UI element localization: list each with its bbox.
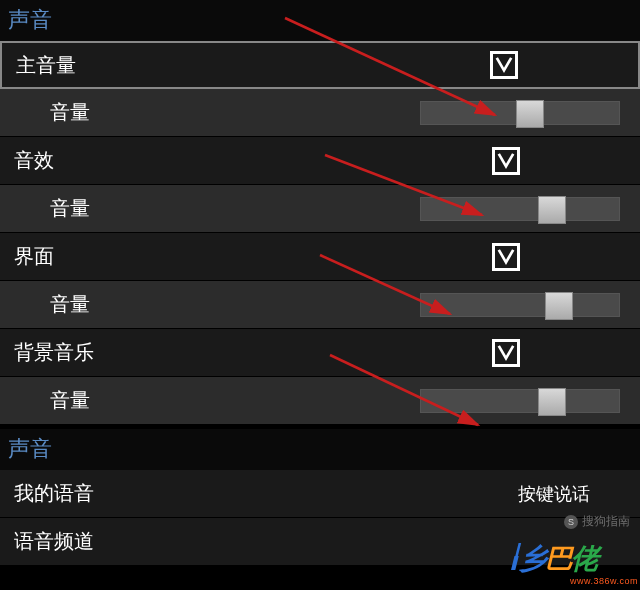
row-bgm[interactable]: 背景音乐 — [0, 329, 640, 377]
watermark-text: 搜狗指南 — [582, 513, 630, 530]
check-icon — [497, 248, 515, 266]
row-sfx-slider: 音量 — [0, 185, 640, 233]
checkbox-sfx[interactable] — [492, 147, 520, 175]
row-bgm-slider: 音量 — [0, 377, 640, 425]
slider-label: 音量 — [50, 291, 90, 318]
row-label: 语音频道 — [14, 528, 94, 555]
row-label: 主音量 — [16, 52, 76, 79]
section-header-sound: 声音 — [0, 0, 640, 41]
row-my-voice[interactable]: 我的语音 按键说话 — [0, 470, 640, 518]
slider-label: 音量 — [50, 195, 90, 222]
watermark-icon: S — [564, 515, 578, 529]
check-icon — [497, 344, 515, 362]
check-icon — [497, 152, 515, 170]
slider-sfx[interactable] — [420, 197, 620, 221]
row-ui-slider: 音量 — [0, 281, 640, 329]
slider-ui[interactable] — [420, 293, 620, 317]
row-ui[interactable]: 界面 — [0, 233, 640, 281]
slider-label: 音量 — [50, 99, 90, 126]
row-label: 界面 — [14, 243, 54, 270]
section-header-voice: 声音 — [0, 429, 640, 470]
site-url: www.386w.com — [508, 576, 638, 586]
watermark: S 搜狗指南 — [564, 513, 630, 530]
slider-thumb[interactable] — [538, 388, 566, 416]
checkbox-ui[interactable] — [492, 243, 520, 271]
row-voice-channel[interactable]: 语音频道 — [0, 518, 640, 566]
slider-label: 音量 — [50, 387, 90, 414]
check-icon — [495, 56, 513, 74]
row-label: 我的语音 — [14, 480, 94, 507]
row-master-volume-slider: 音量 — [0, 89, 640, 137]
slider-thumb[interactable] — [516, 100, 544, 128]
row-value-my-voice: 按键说话 — [518, 482, 590, 506]
checkbox-bgm[interactable] — [492, 339, 520, 367]
row-label: 音效 — [14, 147, 54, 174]
row-master-volume[interactable]: 主音量 — [0, 41, 640, 89]
checkbox-master-volume[interactable] — [490, 51, 518, 79]
row-sfx[interactable]: 音效 — [0, 137, 640, 185]
slider-bgm[interactable] — [420, 389, 620, 413]
slider-thumb[interactable] — [545, 292, 573, 320]
slider-master-volume[interactable] — [420, 101, 620, 125]
row-label: 背景音乐 — [14, 339, 94, 366]
slider-thumb[interactable] — [538, 196, 566, 224]
